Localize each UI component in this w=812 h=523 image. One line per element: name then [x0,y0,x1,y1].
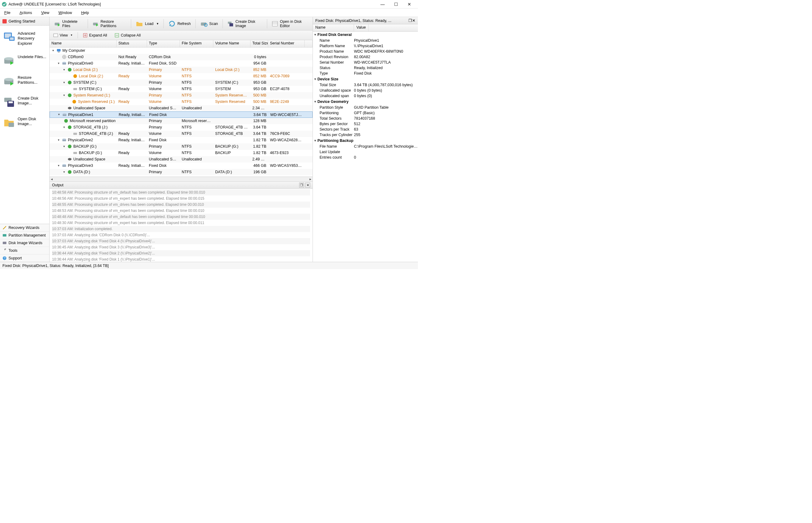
expander-icon[interactable]: ▸ [62,125,66,129]
prop-group-header[interactable]: ▸ Fixed Disk General [313,32,418,38]
tree-row[interactable]: ▸System Reserved (1:)PrimaryNTFSSystem R… [50,92,313,98]
tree-row[interactable]: Unallocated SpaceUnallocated SpaceUnallo… [50,156,313,163]
expander-icon[interactable]: ▸ [62,145,66,148]
chevron-down-icon[interactable]: ▸ [314,34,317,36]
tb-open-disk-editor[interactable]: Open in Disk Editor [269,18,311,29]
expander-icon[interactable]: ▸ [62,68,66,72]
col-value[interactable]: Value [354,24,369,31]
sidebar-bottom-label: Support [8,256,22,260]
expander-icon[interactable]: ▸ [57,113,61,116]
sidebar-bottom-disk-image-wizards[interactable]: Disk Image Wizards [0,239,49,247]
restore-panel-button[interactable]: ❐ [299,183,304,187]
cell: 1.82 TB [251,144,268,148]
cell: Ready [116,100,147,104]
tree-row[interactable]: ▸PhysicalDrive0Ready, InitializedFixed D… [50,60,313,67]
tb-load[interactable]: Load▼ [132,18,162,29]
maximize-button[interactable]: ☐ [389,0,403,8]
sidebar-item-advanced-recovery[interactable]: Advanced Recovery Explorer [0,28,49,51]
column-header[interactable]: Status [116,40,147,47]
prop-group-header[interactable]: ▸ Device Geometry [313,98,418,105]
restore-panel-button[interactable]: ❐ [408,18,412,23]
column-header[interactable]: Name [50,40,116,47]
tree-body[interactable]: ▸My ComputerCDRom0Not ReadyCDRom Disk0 b… [50,48,313,177]
volg-icon [67,169,72,175]
prop-group-header[interactable]: ▸ Device Size [313,76,418,82]
tree-row[interactable]: Unallocated SpaceUnallocated SpaceUnallo… [50,105,313,111]
tb-create-disk-image[interactable]: Create Disk Image [224,18,266,29]
sidebar-bottom-partition-management[interactable]: Partition Management [0,231,49,239]
sidebar-item-create-disk-image[interactable]: Create Disk Image... [0,93,49,113]
cell: DATA (D:) [213,170,251,174]
tree-row[interactable]: ▸DATA (D:)PrimaryNTFSDATA (D:)196 GB [50,169,313,175]
close-button[interactable]: ✕ [403,0,416,8]
ts-expand-all[interactable]: Expand All [80,31,110,39]
tree-row[interactable]: ▸PhysicalDrive2Ready, InitializedFixed D… [50,137,313,143]
sidebar-item-open-disk-image[interactable]: Open Disk Image... [0,113,49,134]
tb-refresh[interactable]: Refresh [165,18,194,29]
close-panel-button[interactable]: ✕ [305,183,310,187]
menu-view[interactable]: View [40,10,51,16]
expander-icon[interactable]: ▸ [62,81,66,84]
tree-row[interactable]: ▸PhysicalDrive1Ready, InitializedFixed D… [50,111,313,118]
menu-window[interactable]: Window [57,10,73,16]
column-header[interactable]: Type [147,40,180,47]
sidebar-item-restore-partitions[interactable]: Restore Partitions... [0,72,49,93]
chevron-down-icon[interactable]: ▸ [314,101,317,103]
column-header[interactable]: Total Size [251,40,268,47]
tb-restore-partitions[interactable]: Restore Partitions [89,18,130,29]
close-panel-button[interactable]: ✕ [412,18,416,23]
expander-icon[interactable]: ▸ [62,170,66,174]
minimize-button[interactable]: — [376,0,389,8]
svg-point-55 [68,158,72,160]
prop-group-header[interactable]: ▸ Partitioning Backup [313,138,418,144]
expander-icon[interactable]: ▸ [62,93,66,97]
output-body[interactable]: 10:48:58 AM: Processing structure of vm_… [50,189,313,262]
tree-row[interactable]: Microsoft reserved partitionPrimaryMicro… [50,118,313,124]
tree-row[interactable]: STORAGE_4TB (J:)ReadyVolumeNTFSSTORAGE_4… [50,131,313,137]
chevron-down-icon[interactable]: ▸ [314,140,317,142]
sidebar-bottom-recovery-wizards[interactable]: Recovery Wizards [0,224,49,231]
prop-value: 0 [354,155,418,160]
prop-value: 0 bytes (0) [354,94,418,98]
sidebar-bottom-support[interactable]: ?Support [0,254,49,262]
menu-file[interactable]: File [3,10,12,16]
monitor-icon [3,31,15,43]
column-header[interactable]: Serial Number [268,40,304,47]
expander-icon[interactable]: ▸ [57,164,60,167]
expander-icon[interactable]: ▸ [57,61,60,65]
sidebar-bottom-tools[interactable]: Tools [0,247,49,254]
col-name[interactable]: Name [313,24,354,31]
svg-rect-23 [229,23,233,26]
svg-point-41 [68,81,72,84]
tree-row[interactable]: System Reserved (1:)ReadyVolumeNTFSSyste… [50,98,313,105]
h-scrollbar[interactable]: ◄► [50,177,313,181]
tree-row[interactable]: ▸SYSTEM (C:)PrimaryNTFSSYSTEM (C:)953 GB [50,79,313,86]
expander-icon[interactable]: ▸ [57,138,60,142]
column-header[interactable]: Volume Name [213,40,251,47]
prop-row: Bytes per Sector512 [313,121,418,127]
volg-icon [67,125,72,130]
tree-row[interactable]: ▸My Computer [50,48,313,54]
column-header[interactable]: File System [180,40,213,47]
sidebar-item-label: Open Disk Image... [18,116,46,127]
menu-actions[interactable]: Actions [18,10,33,16]
expander-icon[interactable]: ▸ [52,49,55,52]
tree-row[interactable]: ▸PhysicalDrive3Ready, InitializedFixed D… [50,163,313,169]
tb-undelete-files[interactable]: Undelete Files [51,18,87,29]
properties-body[interactable]: ▸ Fixed Disk GeneralNamePhysicalDrive1Pl… [313,32,418,262]
tree-row[interactable]: ▸STORAGE_4TB (J:)PrimaryNTFSSTORAGE_4TB … [50,124,313,131]
prop-value: 63 [354,127,418,131]
chevron-down-icon[interactable]: ▸ [314,78,317,80]
ts-view[interactable]: View▼ [51,31,75,39]
dropdown-arrow-icon: ▼ [156,22,159,25]
tree-row[interactable]: SYSTEM (C:)ReadyVolumeNTFSSYSTEM953 GBEC… [50,86,313,92]
menu-help[interactable]: Help [80,10,90,16]
sidebar-item-undelete-files[interactable]: Undelete Files... [0,51,49,72]
tb-scan[interactable]: Scan [197,18,222,29]
tree-row[interactable]: ▸BACKUP (G:)PrimaryNTFSBACKUP (G:)1.82 T… [50,143,313,150]
tree-row[interactable]: ▸Local Disk (2:)PrimaryNTFSLocal Disk (2… [50,67,313,73]
tree-row[interactable]: Local Disk (2:)ReadyVolumeNTFS852 MB4CC9… [50,73,313,79]
ts-collapse-all[interactable]: Collapse All [112,31,143,39]
tree-row[interactable]: CDRom0Not ReadyCDRom Disk0 bytes [50,54,313,60]
tree-row[interactable]: BACKUP (G:)ReadyVolumeNTFSBACKUP1.82 TB4… [50,150,313,156]
